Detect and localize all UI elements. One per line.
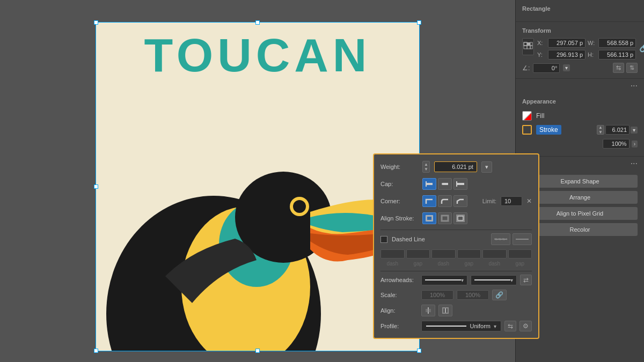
align-scale-btn-2[interactable] xyxy=(438,305,452,316)
scale-end-input[interactable] xyxy=(457,290,489,300)
transform-title: Transform xyxy=(522,27,638,34)
svg-rect-12 xyxy=(530,46,532,49)
w-input[interactable] xyxy=(598,38,636,48)
profile-value: Uniform xyxy=(470,323,491,329)
dash-input-1[interactable] xyxy=(380,249,405,258)
svg-rect-7 xyxy=(524,42,527,46)
recolor-button[interactable]: Recolor xyxy=(522,223,638,236)
limit-x-btn[interactable]: ✕ xyxy=(526,197,532,205)
cap-projecting-btn[interactable] xyxy=(453,178,467,190)
scale-label: Scale: xyxy=(380,292,418,298)
scale-start-input[interactable] xyxy=(421,290,453,300)
corner-round-btn[interactable] xyxy=(438,195,452,207)
dash-pattern-1-btn[interactable] xyxy=(491,233,510,245)
align-to-pixel-button[interactable]: Align to Pixel Grid xyxy=(522,207,638,220)
weight-spinners[interactable]: ▲▼ xyxy=(422,161,430,173)
align-scale-btn-1[interactable] xyxy=(421,305,435,316)
angle-label: ∠: xyxy=(522,64,530,72)
fill-label: Fill xyxy=(536,112,544,120)
align-stroke-row: Align Stroke: xyxy=(380,212,532,224)
align-outside-btn[interactable] xyxy=(453,212,467,224)
poster: TOUCAN xyxy=(96,22,420,351)
gap-input-2[interactable] xyxy=(457,249,481,258)
expand-shape-button[interactable]: Expand Shape xyxy=(522,175,638,188)
panel-object-type: Rectangle xyxy=(522,5,638,12)
lock-proportions-btn[interactable]: 🔗 xyxy=(639,42,644,53)
svg-rect-11 xyxy=(527,46,530,49)
toucan-illustration xyxy=(96,88,418,351)
h-input[interactable] xyxy=(598,50,636,60)
opacity-row: › xyxy=(522,137,638,151)
dash-labels-row: dash gap dash gap dash gap xyxy=(380,261,532,267)
svg-point-19 xyxy=(442,183,444,185)
corner-bevel-btn[interactable] xyxy=(453,195,467,207)
profile-label: Profile: xyxy=(380,323,418,329)
flip-profile-btn[interactable]: ⇆ xyxy=(504,321,516,331)
separator-1 xyxy=(380,230,532,230)
y-input[interactable] xyxy=(548,50,586,60)
h-label: H: xyxy=(588,51,596,58)
stroke-weight-input[interactable] xyxy=(605,125,630,135)
swap-arrowheads-btn[interactable]: ⇄ xyxy=(520,275,532,285)
arrange-button[interactable]: Arrange xyxy=(522,191,638,204)
arrowheads-label: Arrowheads: xyxy=(380,277,418,283)
align-stroke-buttons xyxy=(422,212,467,224)
arrowhead-start-select[interactable]: ▾ xyxy=(421,275,467,285)
poster-title: TOUCAN xyxy=(96,32,420,79)
x-input[interactable] xyxy=(548,38,586,48)
y-label: Y: xyxy=(537,51,546,58)
flip-h-btn[interactable]: ⇆ xyxy=(613,63,624,73)
fill-color-icon[interactable] xyxy=(522,111,532,121)
align-center-btn[interactable] xyxy=(438,212,452,224)
expand-arrange-row: Expand Shape xyxy=(522,175,638,188)
opacity-input[interactable] xyxy=(603,139,630,149)
dash-label-1: dash xyxy=(380,261,405,267)
gap-input-3[interactable] xyxy=(508,249,532,258)
svg-rect-23 xyxy=(427,216,432,220)
limit-label: Limit: xyxy=(482,198,496,204)
cap-butt-btn[interactable] xyxy=(422,178,436,190)
gap-label-1: gap xyxy=(406,261,430,267)
gap-label-2: gap xyxy=(457,261,481,267)
arrowhead-end-select[interactable]: ▾ xyxy=(471,275,517,285)
dash-label-2: dash xyxy=(431,261,456,267)
w-label: W: xyxy=(588,40,596,46)
transform-more-btn[interactable]: ··· xyxy=(516,79,644,93)
corner-miter-btn[interactable] xyxy=(422,195,436,207)
angle-input[interactable] xyxy=(533,63,560,73)
limit-input[interactable] xyxy=(501,196,522,206)
fill-row: Fill xyxy=(522,109,638,123)
profile-options-btn[interactable]: ⚙ xyxy=(519,321,532,331)
stroke-color-icon[interactable] xyxy=(522,125,532,135)
stroke-row: Stroke ▲▼ ▾ xyxy=(522,123,638,137)
reference-point-icon[interactable] xyxy=(522,38,534,55)
stroke-label[interactable]: Stroke xyxy=(536,125,561,135)
weight-label: Weight: xyxy=(380,164,418,170)
svg-point-6 xyxy=(295,202,304,211)
opacity-dropdown[interactable]: › xyxy=(632,141,638,147)
dash-pattern-2-btn[interactable] xyxy=(513,233,532,245)
weight-row: Weight: ▲▼ ▾ xyxy=(380,161,532,173)
align-stroke-label: Align Stroke: xyxy=(380,215,418,221)
angle-dropdown[interactable]: ▾ xyxy=(563,64,570,71)
dash-input-3[interactable] xyxy=(482,249,507,258)
align-inside-btn[interactable] xyxy=(422,212,436,224)
weight-unit-dropdown[interactable]: ▾ xyxy=(481,161,492,173)
dashed-checkbox[interactable] xyxy=(380,236,387,243)
transform-section: Transform X: W: xyxy=(516,22,644,79)
cap-row: Cap: xyxy=(380,178,532,190)
stroke-spinners[interactable]: ▲▼ xyxy=(597,125,604,135)
link-scale-btn[interactable]: 🔗 xyxy=(492,290,507,300)
weight-input[interactable] xyxy=(434,161,477,172)
svg-rect-33 xyxy=(426,309,431,312)
stroke-value-group: ▲▼ ▾ xyxy=(597,125,638,135)
profile-select[interactable]: Uniform ▾ xyxy=(421,321,501,331)
cap-label: Cap: xyxy=(380,181,418,187)
angle-row: ∠: ▾ ⇆ ⇅ xyxy=(522,63,638,73)
cap-round-btn[interactable] xyxy=(438,178,452,190)
stroke-unit-dropdown[interactable]: ▾ xyxy=(631,127,638,134)
dashed-line-row: Dashed Line xyxy=(380,233,532,245)
dash-input-2[interactable] xyxy=(431,249,456,258)
flip-v-btn[interactable]: ⇅ xyxy=(626,63,638,73)
gap-input-1[interactable] xyxy=(406,249,430,258)
